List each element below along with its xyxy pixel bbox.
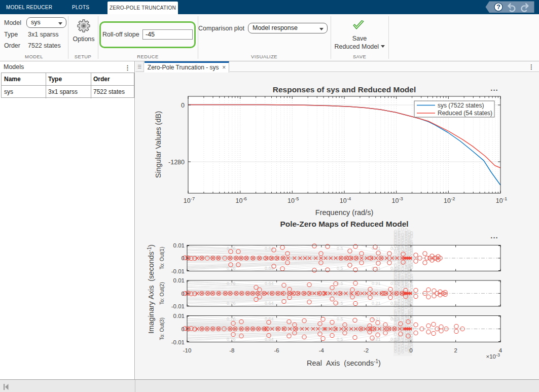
svg-text:0.76: 0.76	[227, 246, 236, 251]
svg-text:-10: -10	[183, 347, 192, 353]
svg-text:-6: -6	[274, 347, 279, 353]
svg-text:0.64: 0.64	[265, 337, 274, 342]
svg-text:Singular Values (dB): Singular Values (dB)	[154, 111, 162, 178]
svg-text:0.64: 0.64	[265, 281, 274, 286]
svg-text:×10-3: ×10-3	[486, 352, 500, 360]
svg-text:10-7: 10-7	[184, 196, 195, 204]
svg-text:To: Out(2): To: Out(2)	[159, 282, 165, 304]
svg-text:0.01: 0.01	[173, 313, 185, 319]
svg-text:0: 0	[182, 291, 185, 297]
svg-text:10-5: 10-5	[288, 196, 299, 204]
svg-text:-2: -2	[364, 347, 369, 353]
svg-text:0.64: 0.64	[265, 301, 274, 306]
svg-text:10-2: 10-2	[444, 196, 455, 204]
svg-text:0.21: 0.21	[372, 281, 381, 286]
svg-text:0.5: 0.5	[337, 316, 343, 322]
svg-text:0.64: 0.64	[265, 316, 274, 322]
svg-text:0.76: 0.76	[227, 281, 236, 286]
svg-text:10-1: 10-1	[496, 196, 507, 204]
svg-text:0.21: 0.21	[372, 316, 381, 322]
svg-text:Reduced (54 states): Reduced (54 states)	[438, 110, 492, 117]
svg-text:To: Out(1): To: Out(1)	[159, 247, 165, 269]
svg-text:?: ?	[496, 4, 500, 11]
svg-text:0.5: 0.5	[337, 246, 343, 251]
svg-text:-0.01: -0.01	[171, 268, 185, 274]
svg-text:Real Axis (seconds-1): Real Axis (seconds-1)	[307, 359, 381, 367]
svg-text:...: ...	[490, 84, 498, 92]
svg-text:Responses of sys and Reduced M: Responses of sys and Reduced Model	[273, 85, 416, 94]
svg-text:-8: -8	[229, 347, 234, 353]
svg-text:0.01: 0.01	[173, 242, 185, 248]
svg-text:0.64: 0.64	[265, 266, 274, 271]
svg-text:10-3: 10-3	[392, 196, 403, 204]
svg-text:0.01: 0.01	[173, 277, 185, 283]
svg-text:0.64: 0.64	[265, 246, 274, 251]
svg-text:10-4: 10-4	[340, 196, 351, 204]
svg-text:0.5: 0.5	[337, 337, 343, 342]
svg-text:Imaginary Axis (seconds-1): Imaginary Axis (seconds-1)	[147, 244, 155, 334]
svg-text:-0.01: -0.01	[171, 303, 185, 309]
svg-text:-4: -4	[319, 347, 325, 353]
svg-text:0.76: 0.76	[227, 266, 236, 271]
svg-text:To: Out(3): To: Out(3)	[159, 317, 165, 340]
svg-text:10-6: 10-6	[236, 196, 247, 204]
svg-text:0.76: 0.76	[227, 316, 236, 322]
svg-text:sys (7522 states): sys (7522 states)	[438, 102, 484, 109]
svg-text:Pole-Zero Maps of Reduced Mode: Pole-Zero Maps of Reduced Model	[280, 220, 408, 228]
svg-text:0.76: 0.76	[227, 301, 236, 306]
svg-text:0: 0	[409, 347, 412, 353]
svg-text:0: 0	[181, 102, 185, 109]
svg-text:-1280: -1280	[168, 159, 185, 166]
svg-text:0: 0	[182, 255, 185, 261]
svg-text:0: 0	[182, 326, 185, 332]
svg-text:Frequency (rad/s): Frequency (rad/s)	[315, 208, 373, 217]
svg-text:0.76: 0.76	[227, 337, 236, 342]
svg-text:0.21: 0.21	[372, 301, 381, 306]
svg-text:...: ...	[490, 231, 498, 240]
svg-text:-0.01: -0.01	[171, 339, 185, 345]
svg-text:2: 2	[454, 347, 457, 353]
svg-text:0.21: 0.21	[372, 337, 381, 342]
svg-text:0.5: 0.5	[337, 266, 343, 271]
